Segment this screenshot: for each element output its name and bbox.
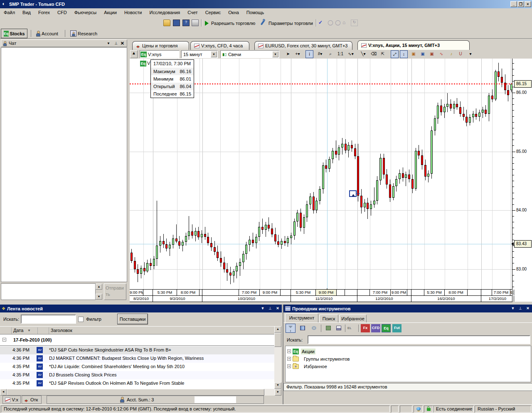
menu-1[interactable]: Вид	[19, 8, 34, 17]
news-row[interactable]: 4:35 PMDJ*DJ S&P Revises Outlook On Holm…	[0, 379, 274, 388]
tab-stocks[interactable]: Eq Stocks	[1, 29, 27, 38]
pointer-tool-icon[interactable]: ➤	[284, 50, 292, 58]
confirm-icon[interactable]: ✓	[318, 20, 325, 26]
enable-trading-icon[interactable]	[205, 21, 209, 26]
explorer-menu-arrow-icon[interactable]: ▼	[510, 306, 516, 311]
save-icon[interactable]	[173, 20, 180, 26]
copy-chart-icon[interactable]: ▣	[409, 50, 418, 58]
news-search-input[interactable]	[21, 315, 76, 324]
explorer-close-icon[interactable]: ✕	[525, 306, 531, 311]
menu-3[interactable]: CFD	[54, 8, 71, 17]
tab-favorites[interactable]: Избранное	[339, 315, 367, 322]
tree-item-label[interactable]: Избранное	[303, 364, 328, 369]
chat-input[interactable]	[1, 283, 96, 300]
news-row[interactable]: 4:35 PMDJ*DJ Air Liquide: Combined Share…	[0, 363, 274, 371]
menu-8[interactable]: Счет	[184, 8, 201, 17]
tab-otk[interactable]: Отк	[22, 396, 42, 404]
minimize-button[interactable]: _	[510, 1, 517, 7]
donut-icon[interactable]	[309, 324, 319, 333]
restore-button[interactable]: ❐	[517, 1, 524, 7]
crosshair-tool-icon[interactable]: +▾	[293, 50, 303, 58]
back-icon[interactable]: ◯	[328, 20, 335, 26]
symbol-input[interactable]: Eq V:xnys	[140, 50, 180, 58]
tab-instrument[interactable]: Инструмент	[285, 313, 318, 322]
news-vertical-scrollbar[interactable]: ▲ ▼	[274, 326, 281, 389]
menu-5[interactable]: Акции	[100, 8, 121, 17]
tree-item[interactable]: +EqАкции	[287, 348, 315, 355]
filter-funnel-icon[interactable]	[286, 324, 296, 333]
save-as-icon[interactable]: ?	[182, 20, 190, 26]
scroll-up-icon[interactable]: ▲	[274, 326, 281, 333]
menu-11[interactable]: Помощь	[243, 8, 268, 17]
style-dropdown-icon[interactable]: ▼	[272, 51, 278, 57]
period-select[interactable]: 15 минут ▼	[181, 50, 218, 58]
chart-tab-3[interactable]: V:xnys, Акции, 15 минут, GMT+3	[357, 40, 470, 50]
style-toggle-icon[interactable]: ↕	[400, 50, 408, 58]
chat-close-icon[interactable]: ✕	[121, 41, 124, 46]
tree-item-label[interactable]: Группы инструментов	[303, 356, 350, 362]
chat-menu-arrow-icon[interactable]: ▼	[107, 42, 110, 45]
add-image-icon[interactable]	[323, 324, 333, 333]
chart-tab-2[interactable]: EURUSD, Forex спот, 30 минут, GMT+3	[254, 41, 352, 50]
tree-item[interactable]: +Группы инструментов	[287, 355, 350, 362]
chat-input-scrollbar[interactable]: ▲ ▼	[96, 284, 102, 300]
tab-search[interactable]: Поиск	[319, 315, 338, 322]
expand-icon[interactable]: +	[287, 349, 291, 353]
eraser-tool-icon[interactable]: ⌫	[370, 50, 377, 58]
news-close-icon[interactable]: ✕	[275, 306, 281, 311]
filter-eq-button[interactable]: Eq	[382, 324, 391, 332]
menu-10[interactable]: Окна	[224, 8, 243, 17]
menu-7[interactable]: Исследования	[146, 8, 184, 17]
oscillator-icon[interactable]: ∿	[437, 50, 446, 58]
menu-4[interactable]: Фьючерсы	[71, 8, 100, 17]
acct-sum-value[interactable]	[195, 396, 236, 403]
pan-tool-icon[interactable]: ⇱	[379, 50, 387, 58]
scroll-down-icon[interactable]: ▼	[274, 382, 281, 389]
magnet-icon[interactable]: U	[457, 50, 464, 58]
enable-trading-label[interactable]: Разрешить торговлю	[211, 21, 255, 26]
trade-params-icon[interactable]	[261, 20, 265, 25]
el-button[interactable]: EL	[347, 324, 357, 333]
explorer-pin-icon[interactable]: ⊥	[517, 306, 523, 311]
send-button[interactable]: Отправить	[104, 283, 126, 300]
close-button[interactable]: ×	[525, 1, 531, 7]
chat-messages[interactable]	[1, 47, 127, 282]
filter-cfd-button[interactable]: CFD	[371, 324, 380, 332]
collapse-button[interactable]: ▲	[130, 50, 138, 58]
style-select[interactable]: ▮▯ Свечи ▼	[220, 50, 279, 58]
copy-image-icon[interactable]: ▣	[419, 50, 427, 58]
info-tool-icon[interactable]: i	[305, 50, 313, 58]
news-row[interactable]: 4:36 PMDJ*DJ S&P Cuts Norske Skogindustr…	[0, 346, 274, 354]
chart-plot-area[interactable]	[130, 59, 512, 289]
more-tools-icon[interactable]: ▾	[468, 50, 473, 58]
scale-1-1-icon[interactable]: 1:1	[336, 50, 345, 58]
alert-bell-icon[interactable]: ♪	[448, 50, 455, 58]
period-dropdown-icon[interactable]: ▼	[211, 51, 217, 57]
news-col-headline[interactable]: Заголовок	[51, 328, 72, 333]
news-menu-arrow-icon[interactable]: ▼	[260, 306, 266, 311]
menu-2[interactable]: Forex	[34, 8, 54, 17]
open-icon[interactable]	[163, 20, 170, 26]
filter-fx-button[interactable]: Fx	[361, 324, 370, 332]
menu-9[interactable]: Сервис	[202, 8, 225, 17]
zoom-tool-icon[interactable]: ⌕	[327, 50, 334, 58]
menu-0[interactable]: Файл	[0, 8, 19, 17]
menu-6[interactable]: Новости	[121, 8, 146, 17]
add-chart-icon[interactable]	[334, 324, 344, 333]
news-pin-icon[interactable]: ⊥	[267, 306, 273, 311]
tab-research[interactable]: Research	[68, 29, 100, 38]
tree-item[interactable]: +✳Избранное	[287, 363, 328, 370]
home-icon[interactable]: ⌂	[342, 20, 350, 26]
news-col-date[interactable]: Дата	[13, 328, 23, 333]
explorer-search-input[interactable]	[308, 335, 530, 344]
news-row[interactable]: 4:35 PMDJDJ Brussels Closing Stock Price…	[0, 371, 274, 379]
line-tool-icon[interactable]: ╲▾	[358, 50, 368, 58]
collapse-group-icon[interactable]: −	[2, 338, 6, 342]
print-icon[interactable]	[192, 20, 199, 26]
range-tool-icon[interactable]: ⤢	[391, 50, 399, 58]
vscroll-thumb[interactable]	[274, 333, 281, 347]
grid-tool-icon[interactable]: #▾	[315, 50, 325, 58]
tab-account[interactable]: Account	[33, 29, 62, 38]
chat-pin-icon[interactable]: ⊥	[114, 41, 118, 45]
expand-icon[interactable]: +	[287, 357, 291, 361]
